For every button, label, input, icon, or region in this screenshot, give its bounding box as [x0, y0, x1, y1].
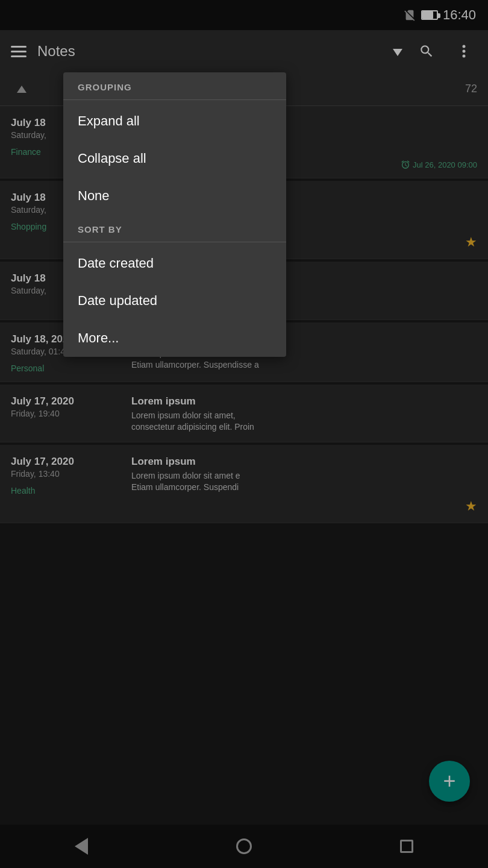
- divider: [63, 242, 286, 242]
- collapse-all-item[interactable]: Collapse all: [63, 140, 286, 177]
- none-item[interactable]: None: [63, 177, 286, 215]
- divider: [63, 99, 286, 100]
- sort-by-section-title: SORT BY: [63, 215, 286, 239]
- expand-all-item[interactable]: Expand all: [63, 102, 286, 140]
- dropdown-menu: GROUPING Expand all Collapse all None SO…: [63, 72, 286, 357]
- date-created-item[interactable]: Date created: [63, 245, 286, 282]
- date-updated-item[interactable]: Date updated: [63, 282, 286, 319]
- more-item[interactable]: More...: [63, 319, 286, 357]
- grouping-section-title: GROUPING: [63, 72, 286, 97]
